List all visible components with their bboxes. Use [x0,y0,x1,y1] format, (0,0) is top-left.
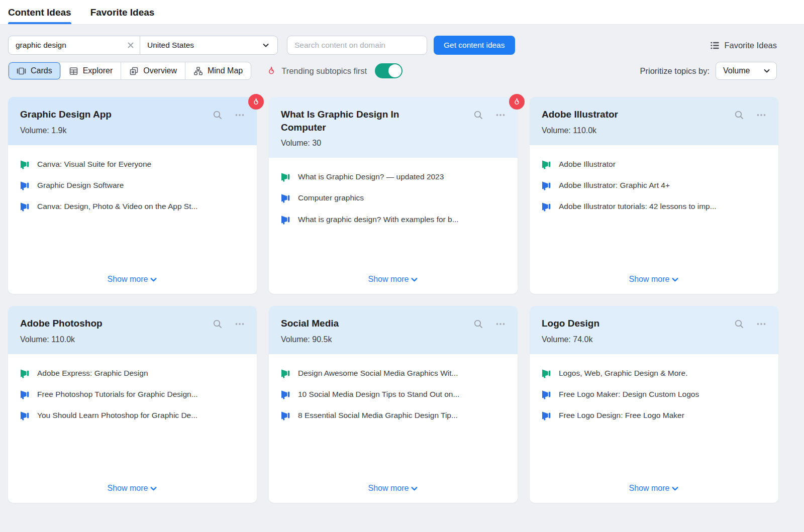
headline-item[interactable]: What is Graphic Design? — updated 2023 [281,172,506,182]
chevron-down-icon [671,485,679,492]
volume-value: 30 [312,139,321,147]
topic-query-input[interactable] [16,41,127,50]
search-icon[interactable] [473,319,483,329]
country-value: United States [147,41,194,50]
topic-card: Logo Design Volume: 74.0k Lo [530,306,778,503]
ellipsis-menu-icon[interactable] [495,319,506,329]
trending-toggle[interactable] [375,63,403,78]
search-icon[interactable] [473,110,483,120]
card-header: Adobe Illustrator Volume: 110.0k [530,97,778,145]
megaphone-icon [542,410,552,420]
search-icon[interactable] [734,319,744,329]
prioritize-select[interactable]: Volume [716,62,777,80]
headline-text: What is graphic design? With examples fo… [298,215,459,225]
megaphone-icon [20,368,30,378]
topic-card: Adobe Photoshop Volume: 110.0k [8,306,257,503]
headline-text: What is Graphic Design? — updated 2023 [298,172,444,182]
headline-item[interactable]: Adobe Illustrator: Graphic Art 4+ [542,180,766,190]
query-group: United States [8,36,278,55]
headline-list: Adobe Express: Graphic Design Free Photo… [20,368,245,432]
view-mindmap-button[interactable]: Mind Map [185,62,251,79]
headline-item[interactable]: Computer graphics [281,193,506,203]
headline-item[interactable]: Graphic Design Software [20,180,245,190]
show-more-button[interactable]: Show more [108,479,158,493]
view-overview-button[interactable]: Overview [121,62,185,79]
headline-item[interactable]: What is graphic design? With examples fo… [281,215,506,225]
tab-favorite-ideas[interactable]: Favorite Ideas [90,7,155,24]
card-body: What is Graphic Design? — updated 2023 C… [269,158,518,294]
chevron-down-icon [150,276,157,283]
headline-text: Computer graphics [298,193,364,203]
view-explorer-label: Explorer [83,66,113,75]
megaphone-icon [542,389,552,399]
flame-icon [513,97,521,106]
headline-text: Free Photoshop Tutorials for Graphic Des… [37,389,198,399]
card-body: Adobe Illustrator Adobe Illustrator: Gra… [530,145,778,294]
topic-card: What Is Graphic Design In Computer Volum… [269,97,518,294]
prioritize-label: Prioritize topics by: [640,66,710,76]
ellipsis-menu-icon[interactable] [756,110,766,120]
view-explorer-button[interactable]: Explorer [61,62,122,79]
explorer-view-icon [69,66,78,76]
show-more-button[interactable]: Show more [629,479,679,493]
ellipsis-menu-icon[interactable] [495,110,506,120]
headline-item[interactable]: You Should Learn Photoshop for Graphic D… [20,410,245,420]
volume-label: Volume: [20,126,49,135]
headline-item[interactable]: 8 Essential Social Media Graphic Design … [281,410,506,420]
headline-item[interactable]: Adobe Illustrator [542,159,766,169]
list-icon [710,41,720,50]
show-more-button[interactable]: Show more [368,479,419,493]
show-more-button[interactable]: Show more [108,270,158,284]
volume-label: Volume: [281,335,310,344]
ellipsis-menu-icon[interactable] [235,319,245,329]
volume-label: Volume: [542,126,571,135]
card-body: Canva: Visual Suite for Everyone Graphic… [8,145,257,294]
favorite-ideas-link[interactable]: Favorite Ideas [710,41,777,50]
headline-item[interactable]: Logos, Web, Graphic Design & More. [542,368,766,378]
card-title: Adobe Illustrator [542,108,708,121]
search-icon[interactable] [213,110,223,120]
ellipsis-menu-icon[interactable] [235,110,245,120]
topic-query-box [9,36,140,54]
country-select[interactable]: United States [140,36,277,54]
ellipsis-menu-icon[interactable] [756,319,766,329]
domain-search-input[interactable] [287,36,427,55]
search-icon[interactable] [734,110,744,120]
toggle-knob [388,64,401,77]
headline-item[interactable]: 10 Social Media Design Tips to Stand Out… [281,389,506,399]
megaphone-icon [281,389,291,399]
tab-content-ideas[interactable]: Content Ideas [8,7,71,24]
card-volume: Volume: 30 [281,139,473,148]
headline-text: Adobe Illustrator [559,159,616,169]
headline-text: Adobe Illustrator: Graphic Art 4+ [559,180,670,190]
headline-list: Adobe Illustrator Adobe Illustrator: Gra… [542,159,766,223]
volume-label: Volume: [542,335,571,344]
show-more-label: Show more [108,484,148,493]
show-more-button[interactable]: Show more [368,270,419,284]
get-content-ideas-button[interactable]: Get content ideas [434,36,515,55]
megaphone-icon [281,215,291,225]
view-cards-button[interactable]: Cards [9,62,61,79]
search-icon[interactable] [213,319,223,329]
volume-value: 110.0k [573,126,596,135]
show-more-button[interactable]: Show more [629,270,679,284]
favorite-ideas-link-label: Favorite Ideas [724,41,777,50]
headline-item[interactable]: Adobe Express: Graphic Design [20,368,245,378]
headline-item[interactable]: Free Photoshop Tutorials for Graphic Des… [20,389,245,399]
card-title: Social Media [281,317,447,330]
chevron-down-icon [411,276,418,283]
headline-item[interactable]: Free Logo Design: Free Logo Maker [542,410,766,420]
active-tab-underline [8,22,71,24]
trending-label: Trending subtopics first [281,66,367,76]
headline-item[interactable]: Canva: Visual Suite for Everyone [20,159,245,169]
megaphone-icon [281,193,291,203]
headline-list: What is Graphic Design? — updated 2023 C… [281,172,506,235]
headline-item[interactable]: Canva: Design, Photo & Video on the App … [20,201,245,211]
clear-query-icon[interactable] [127,41,135,49]
headline-item[interactable]: Free Logo Maker: Design Custom Logos [542,389,766,399]
show-more-label: Show more [108,275,148,284]
cards-grid: Graphic Design App Volume: 1.9k [8,97,796,503]
headline-item[interactable]: Adobe Illustrator tutorials: 42 lessons … [542,201,766,211]
megaphone-icon [20,159,30,169]
headline-item[interactable]: Design Awesome Social Media Graphics Wit… [281,368,506,378]
